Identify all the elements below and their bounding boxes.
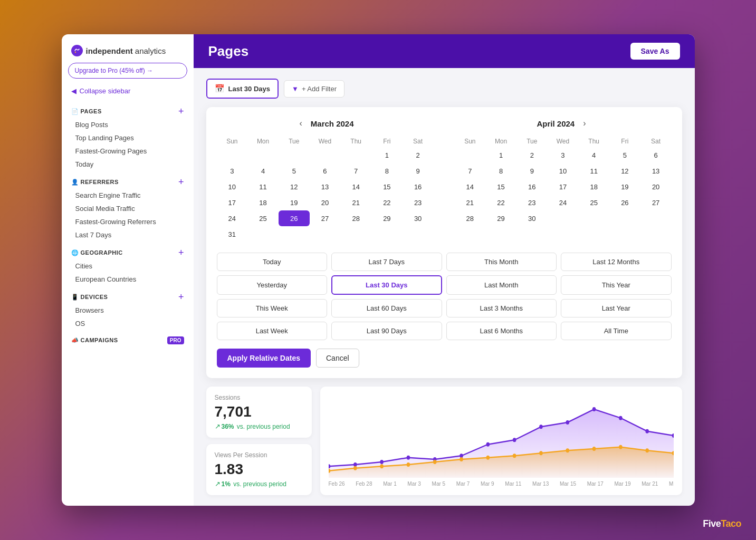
range-button[interactable]: Last 7 Days	[331, 253, 442, 271]
calendar-day[interactable]: 10	[548, 163, 579, 179]
calendar-day[interactable]: 14	[340, 179, 371, 195]
calendar-day[interactable]: 11	[247, 179, 279, 195]
calendar-day[interactable]: 19	[279, 195, 310, 210]
prev-month-button[interactable]: ‹	[296, 118, 305, 129]
calendar-day[interactable]: 30	[516, 210, 548, 226]
calendar-day[interactable]: 24	[548, 195, 579, 210]
sidebar-add-pages[interactable]: +	[178, 107, 184, 116]
calendar-day[interactable]: 18	[578, 179, 609, 195]
range-button[interactable]: Today	[217, 253, 328, 271]
range-button[interactable]: Last 6 Months	[446, 322, 557, 340]
calendar-day[interactable]: 4	[247, 163, 279, 179]
calendar-day[interactable]: 21	[340, 195, 371, 210]
calendar-day[interactable]: 22	[371, 195, 403, 210]
range-button[interactable]: Last Year	[561, 299, 672, 317]
calendar-day[interactable]: 16	[403, 179, 434, 195]
save-as-button[interactable]: Save As	[630, 43, 680, 60]
calendar-day[interactable]: 22	[485, 195, 516, 210]
calendar-day[interactable]: 12	[609, 163, 640, 179]
calendar-day[interactable]: 13	[640, 163, 672, 179]
calendar-day[interactable]: 11	[578, 163, 609, 179]
calendar-day[interactable]: 3	[217, 163, 248, 179]
calendar-day[interactable]: 1	[371, 147, 403, 163]
sidebar-item[interactable]: Today	[62, 158, 194, 171]
sidebar-item[interactable]: OS	[62, 317, 194, 330]
calendar-day[interactable]: 6	[640, 147, 672, 163]
calendar-day[interactable]: 12	[279, 179, 310, 195]
calendar-day[interactable]: 15	[485, 179, 516, 195]
sidebar-item[interactable]: Social Media Traffic	[62, 202, 194, 215]
sidebar-item[interactable]: Top Landing Pages	[62, 131, 194, 144]
sidebar-add-geographic[interactable]: +	[178, 248, 184, 257]
calendar-day[interactable]: 23	[403, 195, 434, 210]
sidebar-item[interactable]: European Countries	[62, 273, 194, 286]
cancel-button[interactable]: Cancel	[316, 349, 359, 368]
calendar-day[interactable]: 30	[403, 210, 434, 226]
calendar-day[interactable]: 28	[340, 210, 371, 226]
calendar-day[interactable]: 5	[609, 147, 640, 163]
range-button[interactable]: Last Month	[446, 275, 557, 295]
calendar-day[interactable]: 9	[516, 163, 548, 179]
calendar-day[interactable]: 29	[371, 210, 403, 226]
calendar-day[interactable]: 26	[279, 210, 310, 226]
calendar-day[interactable]: 27	[310, 210, 341, 226]
range-button[interactable]: Last Week	[217, 322, 328, 340]
range-button[interactable]: Yesterday	[217, 275, 328, 295]
calendar-day[interactable]: 9	[403, 163, 434, 179]
calendar-day[interactable]: 10	[217, 179, 248, 195]
calendar-day[interactable]: 31	[217, 226, 248, 242]
sidebar-item[interactable]: Last 7 Days	[62, 228, 194, 242]
calendar-day[interactable]: 28	[455, 210, 486, 226]
calendar-day[interactable]: 19	[609, 179, 640, 195]
calendar-day[interactable]: 7	[340, 163, 371, 179]
range-button[interactable]: This Year	[561, 275, 672, 295]
calendar-day[interactable]: 29	[485, 210, 516, 226]
sidebar-item[interactable]: Cities	[62, 259, 194, 273]
calendar-day[interactable]: 4	[578, 147, 609, 163]
sidebar-add-referrers[interactable]: +	[178, 177, 184, 187]
calendar-day[interactable]: 13	[310, 179, 341, 195]
calendar-day[interactable]: 25	[578, 195, 609, 210]
range-button[interactable]: Last 3 Months	[446, 299, 557, 317]
range-button[interactable]: Last 60 Days	[331, 299, 442, 317]
calendar-day[interactable]: 6	[310, 163, 341, 179]
calendar-day[interactable]: 24	[217, 210, 248, 226]
calendar-day[interactable]: 2	[403, 147, 434, 163]
next-month-button[interactable]: ›	[580, 118, 589, 129]
calendar-day[interactable]: 27	[640, 195, 672, 210]
sidebar-item[interactable]: Search Engine Traffic	[62, 189, 194, 202]
calendar-day[interactable]: 20	[640, 179, 672, 195]
calendar-day[interactable]: 18	[247, 195, 279, 210]
range-button[interactable]: Last 12 Months	[561, 253, 672, 271]
range-button[interactable]: Last 90 Days	[331, 322, 442, 340]
calendar-day[interactable]: 8	[371, 163, 403, 179]
calendar-day[interactable]: 3	[548, 147, 579, 163]
calendar-day[interactable]: 5	[279, 163, 310, 179]
calendar-day[interactable]: 1	[485, 147, 516, 163]
calendar-day[interactable]: 21	[455, 195, 486, 210]
sidebar-item[interactable]: Fastest-Growing Pages	[62, 144, 194, 158]
calendar-day[interactable]: 26	[609, 195, 640, 210]
calendar-day[interactable]: 20	[310, 195, 341, 210]
sidebar-add-devices[interactable]: +	[178, 292, 184, 302]
add-filter-button[interactable]: ▼ + Add Filter	[284, 80, 344, 98]
range-button[interactable]: This Week	[217, 299, 328, 317]
calendar-day[interactable]: 15	[371, 179, 403, 195]
upgrade-banner[interactable]: Upgrade to Pro (45% off) →	[68, 63, 187, 79]
calendar-day[interactable]: 7	[455, 163, 486, 179]
calendar-day[interactable]: 8	[485, 163, 516, 179]
calendar-day[interactable]: 23	[516, 195, 548, 210]
apply-relative-dates-button[interactable]: Apply Relative Dates	[217, 349, 311, 368]
calendar-day[interactable]: 16	[516, 179, 548, 195]
range-button[interactable]: Last 30 Days	[331, 275, 442, 295]
range-button[interactable]: This Month	[446, 253, 557, 271]
calendar-day[interactable]: 17	[548, 179, 579, 195]
calendar-day[interactable]: 25	[247, 210, 279, 226]
calendar-day[interactable]: 2	[516, 147, 548, 163]
sidebar-item[interactable]: Browsers	[62, 304, 194, 317]
date-filter-button[interactable]: 📅 Last 30 Days	[206, 79, 279, 99]
sidebar-item[interactable]: Blog Posts	[62, 118, 194, 131]
sidebar-item[interactable]: Fastest-Growing Referrers	[62, 215, 194, 228]
range-button[interactable]: All Time	[561, 322, 672, 340]
calendar-day[interactable]: 14	[455, 179, 486, 195]
